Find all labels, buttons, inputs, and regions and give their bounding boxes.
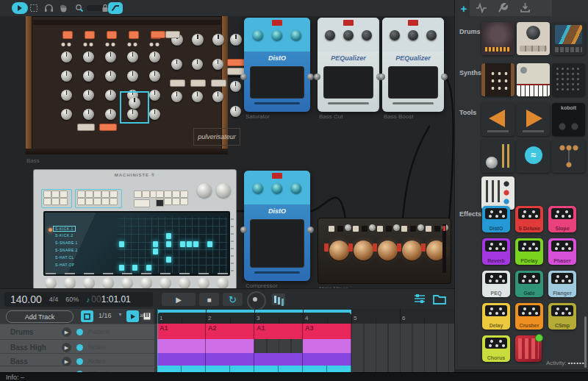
input-jack[interactable] (240, 227, 247, 233)
machiniste-key[interactable] (142, 190, 150, 198)
master-knob[interactable] (230, 34, 242, 46)
machiniste-key[interactable] (172, 190, 180, 198)
synth-knob[interactable] (149, 90, 160, 101)
pedal-knob[interactable] (325, 30, 335, 40)
sample-name[interactable]: S-HAT.OP (55, 263, 75, 267)
synth-mode-button[interactable] (170, 79, 185, 87)
channel-volume-knob[interactable] (329, 241, 349, 260)
synth-knob[interactable] (83, 90, 94, 101)
clip[interactable] (303, 339, 351, 353)
input-jack[interactable] (240, 74, 247, 80)
input-jack[interactable] (379, 74, 385, 80)
dark-key[interactable] (156, 199, 164, 207)
channel-button[interactable] (426, 226, 431, 232)
clip[interactable] (279, 366, 303, 372)
minimixer-thumbnail[interactable] (481, 177, 514, 210)
bass-cut-pedal[interactable]: PEQualizer (318, 18, 379, 112)
channel-button[interactable] (353, 226, 359, 232)
machiniste-key[interactable] (60, 198, 68, 205)
mixer-tool-thumbnail[interactable] (481, 140, 514, 173)
osc-button[interactable] (107, 31, 117, 39)
synth-knob[interactable] (127, 51, 138, 63)
patch-cable[interactable] (403, 127, 429, 219)
track-expand-button[interactable]: ▶ (62, 327, 71, 337)
clip[interactable] (157, 353, 206, 366)
snap-button[interactable] (81, 310, 93, 322)
patch-cable[interactable] (444, 76, 453, 229)
channel-volume-knob[interactable] (378, 241, 398, 260)
synth-mode-button[interactable] (211, 79, 226, 87)
compressor-pedal[interactable]: DistO (244, 171, 310, 281)
time-signature[interactable]: 4/4 (49, 296, 59, 303)
machiniste-key[interactable] (85, 190, 93, 198)
synth-button[interactable] (99, 124, 117, 131)
clip[interactable] (157, 366, 182, 372)
sampler-thumbnail[interactable] (552, 22, 585, 55)
clip[interactable]: A1 (157, 324, 206, 339)
output-jack[interactable] (307, 74, 314, 80)
delay-pedal-thumbnail[interactable]: Delay (482, 303, 510, 330)
beatbox-thumbnail[interactable] (517, 22, 550, 55)
lane-label[interactable]: Notes (88, 343, 106, 351)
machiniste-key[interactable] (77, 198, 85, 205)
synth-knob[interactable] (105, 51, 116, 63)
synth-knob[interactable] (83, 109, 94, 120)
clip[interactable] (254, 353, 303, 366)
output-jack[interactable] (307, 227, 314, 233)
machiniste-key[interactable] (51, 198, 60, 205)
machiniste-knob[interactable] (197, 183, 212, 198)
pedal-footswitch[interactable] (323, 66, 373, 99)
machiniste-thumbnail[interactable] (481, 22, 514, 55)
device-caption[interactable]: Compressor (245, 282, 278, 288)
machiniste-knob[interactable] (198, 277, 209, 288)
gate-pedal-thumbnail[interactable]: Gate (515, 271, 543, 297)
channel-button[interactable] (337, 226, 343, 232)
phaser-pedal-thumbnail[interactable]: Phaser (548, 238, 576, 265)
machiniste-knob[interactable] (217, 277, 229, 288)
clip[interactable] (182, 366, 206, 372)
play-button[interactable]: ▶ (162, 293, 196, 306)
machiniste-knob[interactable] (83, 277, 95, 288)
bpm-value[interactable]: 140.00 (10, 293, 42, 305)
track-name[interactable]: Bass High (10, 343, 46, 352)
master-knob[interactable] (230, 106, 241, 117)
main-mixer[interactable] (318, 218, 451, 284)
output-jack[interactable] (441, 74, 448, 80)
clip[interactable]: A3 (303, 324, 351, 339)
machiniste-key[interactable] (101, 198, 110, 205)
synth-knob[interactable] (171, 91, 182, 102)
synth-knob[interactable] (171, 59, 182, 70)
synth-button[interactable] (77, 124, 95, 131)
channel-button[interactable] (434, 226, 440, 232)
step-cell[interactable] (166, 241, 171, 247)
osc-wave-selector[interactable] (83, 43, 93, 46)
playhead[interactable] (157, 309, 158, 372)
pedal-knob[interactable] (390, 30, 400, 40)
machiniste-knob[interactable] (216, 183, 231, 198)
machiniste-knob[interactable] (179, 277, 190, 288)
grid-resolution-value[interactable]: 1/16 (98, 312, 112, 319)
synth-knob[interactable] (61, 109, 72, 120)
channel-button[interactable] (401, 226, 407, 232)
osc-button[interactable] (129, 31, 139, 39)
loop-button[interactable]: ↻ (223, 293, 243, 306)
synth-knob[interactable] (192, 91, 203, 102)
marquee-select-icon[interactable] (28, 2, 40, 14)
zoom-icon[interactable] (74, 2, 85, 14)
peq-pedal-thumbnail[interactable]: PEQ (482, 271, 510, 297)
osc-button[interactable] (85, 31, 95, 39)
synth-knob[interactable] (149, 71, 160, 82)
clip[interactable] (230, 366, 254, 372)
pedal-knob[interactable] (253, 183, 263, 193)
osc-wave-selector[interactable] (149, 43, 159, 46)
synth-mode-button[interactable] (190, 79, 206, 87)
synth-knob[interactable] (61, 51, 72, 63)
synth-knob[interactable] (192, 59, 203, 70)
pedal-footswitch[interactable] (250, 66, 304, 99)
matrix-thumbnail[interactable] (552, 63, 585, 96)
saturator-pedal[interactable]: DistO (244, 18, 310, 112)
tri-left-thumbnail[interactable] (481, 103, 514, 136)
machiniste-key[interactable] (134, 190, 142, 198)
channel-trim-knob[interactable] (393, 224, 400, 231)
track-row[interactable]: Bass High▶Notes (0, 339, 154, 354)
